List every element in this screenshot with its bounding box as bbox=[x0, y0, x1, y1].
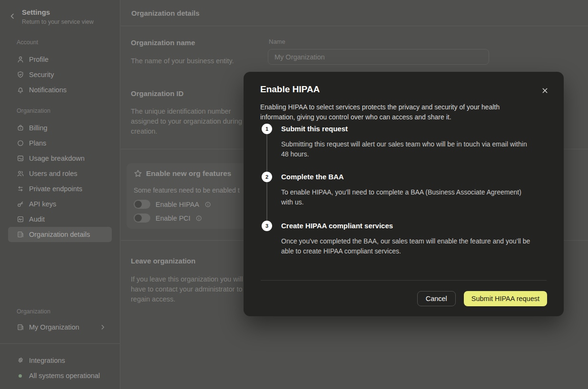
back-button[interactable] bbox=[9, 12, 17, 20]
section-label-organization: Organization bbox=[17, 107, 50, 114]
name-field-label: Name bbox=[269, 38, 285, 45]
building-icon bbox=[17, 323, 24, 331]
chevron-left-icon bbox=[9, 12, 17, 20]
sidebar-item-label: Users and roles bbox=[29, 170, 78, 177]
section-label-account: Account bbox=[17, 39, 38, 46]
modal-title: Enable HIPAA bbox=[260, 84, 320, 95]
sidebar-item-label: Private endpoints bbox=[29, 185, 82, 193]
features-card-header: Enable new org features bbox=[134, 169, 231, 178]
sidebar-item-security[interactable]: Security bbox=[8, 67, 112, 82]
sidebar-footer-divider bbox=[0, 343, 120, 344]
sidebar-item-label: Integrations bbox=[29, 357, 65, 364]
enable-hipaa-toggle[interactable] bbox=[134, 200, 150, 209]
sidebar-item-plans[interactable]: Plans bbox=[8, 136, 112, 151]
sidebar-item-integrations[interactable]: Integrations bbox=[8, 353, 112, 368]
page-title: Organization details bbox=[131, 9, 199, 17]
close-icon bbox=[541, 87, 549, 94]
sidebar-item-profile[interactable]: Profile bbox=[8, 52, 112, 67]
sidebar-item-notifications[interactable]: Notifications bbox=[8, 82, 112, 97]
chart-icon bbox=[17, 155, 24, 162]
org-switcher-label: My Organization bbox=[29, 323, 79, 331]
info-icon[interactable] bbox=[196, 215, 202, 222]
status-dot bbox=[19, 374, 22, 378]
settings-sidebar: Settings Return to your service view Acc… bbox=[0, 0, 120, 389]
toggle-label: Enable PCI bbox=[156, 214, 190, 222]
leave-org-title: Leave organization bbox=[131, 257, 196, 265]
org-switcher-group: My Organization bbox=[0, 320, 120, 335]
step-body: Submitting this request will alert our s… bbox=[281, 139, 549, 159]
leave-org-description: If you leave this organization you will … bbox=[131, 274, 243, 304]
sidebar-footer: Integrations All systems operational bbox=[0, 353, 120, 383]
pci-toggle-row: Enable PCI bbox=[134, 214, 202, 223]
chevron-right-icon bbox=[99, 324, 106, 331]
settings-title: Settings bbox=[22, 8, 50, 16]
section-label-org-switcher: Organization bbox=[17, 308, 50, 315]
sidebar-item-label: Organization details bbox=[29, 231, 90, 238]
org-name-description: The name of your business entity. bbox=[131, 56, 234, 66]
main-header: Organization details bbox=[121, 0, 588, 26]
pulse-icon bbox=[17, 215, 24, 223]
modal-footer-divider bbox=[261, 280, 547, 281]
building-icon bbox=[17, 231, 24, 238]
organization-name-input[interactable] bbox=[268, 49, 489, 65]
sidebar-item-private-endpoints[interactable]: Private endpoints bbox=[8, 181, 112, 196]
sidebar-item-billing[interactable]: Billing bbox=[8, 120, 112, 136]
sidebar-item-label: Notifications bbox=[29, 86, 67, 94]
sidebar-item-label: Profile bbox=[29, 56, 49, 63]
info-icon[interactable] bbox=[205, 201, 211, 208]
sidebar-item-audit[interactable]: Audit bbox=[8, 212, 112, 227]
submit-hipaa-request-button[interactable]: Submit HIPAA request bbox=[464, 291, 547, 306]
step-title: Complete the BAA bbox=[281, 172, 549, 182]
settings-subtitle: Return to your service view bbox=[22, 19, 94, 25]
sidebar-item-label: Audit bbox=[29, 215, 45, 223]
org-name-title: Organization name bbox=[131, 39, 195, 47]
step-title: Create HIPAA compliant services bbox=[281, 221, 549, 231]
status-link[interactable]: All systems operational bbox=[8, 368, 112, 383]
step-title: Submit this request bbox=[281, 124, 549, 134]
enable-pci-toggle[interactable] bbox=[134, 214, 150, 223]
user-icon bbox=[17, 56, 24, 63]
step-number-badge: 3 bbox=[262, 221, 272, 231]
org-switcher-my-organization[interactable]: My Organization bbox=[8, 320, 112, 335]
step-number-badge: 2 bbox=[262, 172, 272, 182]
sidebar-item-api-keys[interactable]: API keys bbox=[8, 196, 112, 212]
features-card-description: Some features need to be enabled t bbox=[134, 186, 240, 194]
bag-icon bbox=[17, 124, 24, 132]
step-3: 3 Create HIPAA compliant services Once y… bbox=[262, 221, 549, 256]
step-2: 2 Complete the BAA To enable HIPAA, you’… bbox=[262, 172, 549, 207]
sidebar-item-organization-details[interactable]: Organization details bbox=[8, 227, 112, 242]
step-1: 1 Submit this request Submitting this re… bbox=[262, 124, 549, 159]
arrows-icon bbox=[17, 185, 24, 193]
bell-icon bbox=[17, 86, 24, 94]
org-id-title: Organization ID bbox=[131, 89, 184, 97]
enable-hipaa-modal: Enable HIPAA Enabling HIPAA to select se… bbox=[244, 72, 564, 316]
organization-nav: Billing Plans Usage breakdown Users and … bbox=[0, 120, 120, 242]
modal-buttons: Cancel Submit HIPAA request bbox=[417, 291, 547, 306]
sidebar-item-usage-breakdown[interactable]: Usage breakdown bbox=[8, 151, 112, 166]
features-card-title: Enable new org features bbox=[146, 169, 231, 178]
sidebar-item-label: Billing bbox=[29, 124, 48, 132]
key-icon bbox=[17, 200, 24, 208]
toggle-knob bbox=[135, 214, 142, 222]
sidebar-item-label: Usage breakdown bbox=[29, 155, 85, 162]
shield-icon bbox=[17, 71, 24, 78]
sidebar-item-label: Plans bbox=[29, 139, 46, 147]
account-nav: Profile Security Notifications bbox=[0, 52, 120, 97]
org-id-description: The unique identification number assigne… bbox=[131, 107, 242, 136]
sidebar-item-users-and-roles[interactable]: Users and roles bbox=[8, 166, 112, 181]
circle-icon bbox=[17, 139, 24, 147]
hipaa-toggle-row: Enable HIPAA bbox=[134, 200, 211, 209]
status-label: All systems operational bbox=[29, 372, 100, 379]
users-icon bbox=[17, 170, 24, 177]
modal-close-button[interactable] bbox=[539, 85, 550, 96]
sidebar-item-label: Security bbox=[29, 71, 54, 78]
toggle-label: Enable HIPAA bbox=[156, 201, 199, 208]
cancel-button[interactable]: Cancel bbox=[417, 291, 456, 306]
step-body: To enable HIPAA, you’ll need to complete… bbox=[281, 187, 549, 207]
integrations-cog-icon bbox=[17, 357, 24, 364]
sidebar-item-label: API keys bbox=[29, 200, 56, 208]
toggle-knob bbox=[135, 201, 142, 208]
app-root: Settings Return to your service view Acc… bbox=[0, 0, 588, 389]
step-body: Once you've completed the BAA, our sales… bbox=[281, 236, 549, 256]
modal-description: Enabling HIPAA to select services protec… bbox=[260, 102, 527, 122]
